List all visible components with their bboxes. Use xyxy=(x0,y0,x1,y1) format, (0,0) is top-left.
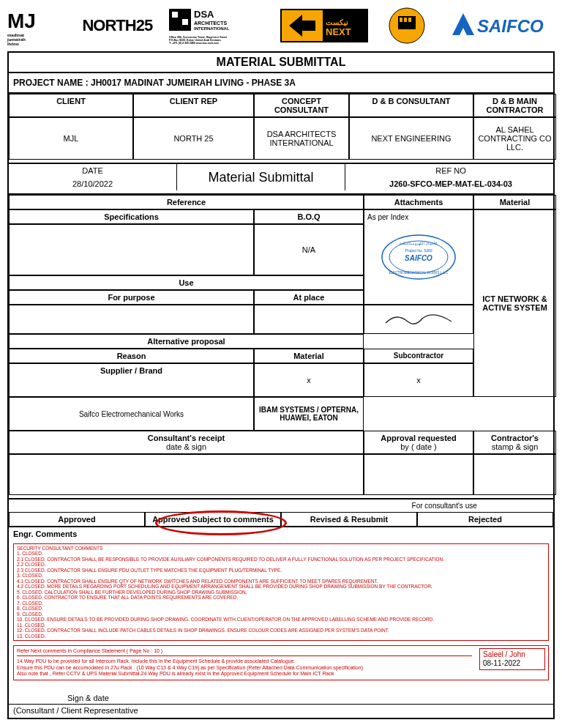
receipt-h: Consultant's receipt xyxy=(12,434,360,442)
approval-sub: by ( date ) xyxy=(367,442,470,451)
c-l2: 2.1 CLOSED. CONTRACTOR SHALL BE RESPONSI… xyxy=(17,557,545,562)
c-l4: 2.3 CLOSED. CONTRACTOR SHALL ENSURE PDU … xyxy=(17,568,545,573)
approval-box xyxy=(364,454,473,495)
c-l5: 3. CLOSED. xyxy=(17,573,545,578)
c-l16: 13. CLOSED. xyxy=(17,634,545,639)
hdr-reference: Reference xyxy=(9,195,364,209)
notes-box: Refer Next comments in Compliance Statem… xyxy=(13,645,549,680)
svg-text:SAIFCO: SAIFCO xyxy=(405,254,432,262)
svg-text:NEXT: NEXT xyxy=(326,26,351,37)
svg-text:INTERNATIONAL: INTERNATIONAL xyxy=(194,26,230,31)
svg-rect-20 xyxy=(400,18,402,22)
receipt-box xyxy=(9,454,364,495)
hdr-material: Material xyxy=(473,195,556,209)
hdr-reason: Reason xyxy=(9,349,254,363)
val-ref: J260-SFCO-MEP-MAT-EL-034-03 xyxy=(345,177,556,190)
material-value: ICT NETWORK & ACTIVE SYSTEM xyxy=(473,209,556,397)
hdr-use: Use xyxy=(9,275,364,290)
approval-h: Approval requested xyxy=(367,434,470,442)
svg-text:DSA: DSA xyxy=(194,9,214,20)
val-date: 28/10/2022 xyxy=(9,177,177,190)
hdr-supplier: Supplier / Brand xyxy=(9,363,254,397)
opt-approved: Approved xyxy=(9,512,145,527)
note-3: Also note that , Refer CCTV & UPS Materi… xyxy=(17,671,472,677)
approval-hdr: Approval requested by ( date ) xyxy=(364,431,473,454)
supplier-val: IBAM SYSTEMS / OPTERNA, HUAWEI, EATON xyxy=(254,397,364,431)
c-l11: 8. CLOSED. xyxy=(17,606,545,611)
contractor-h: Contractor's xyxy=(477,434,552,442)
rep-label: (Consultant / Client Representative xyxy=(9,704,553,718)
note-1: 14.Way PDU to be provided for all Interc… xyxy=(17,658,472,664)
contractor-sub: stamp & sign xyxy=(477,442,552,451)
mat-val: x xyxy=(364,363,473,397)
comments-header: Engr. Comments xyxy=(9,527,553,541)
svg-text:SAIFCO: SAIFCO xyxy=(477,16,544,36)
hdr-clientrep: CLIENT REP xyxy=(133,94,254,117)
c-l8: 5. CLOSED. CALCULATION SHALL BE FURTHER … xyxy=(17,590,545,595)
contractor-box xyxy=(473,454,556,495)
mid-title: Material Submittal xyxy=(177,164,345,190)
opt-revised: Revised & Resubmit xyxy=(281,512,417,527)
svg-text:living: living xyxy=(7,42,19,45)
val-clientrep: NORTH 25 xyxy=(133,117,254,160)
svg-text:ELECTROMECHANICAL WORKS L.L.C: ELECTROMECHANICAL WORKS L.L.C xyxy=(389,271,449,275)
hdr-db: D & B CONSULTANT xyxy=(349,94,473,117)
svg-text:نيكست: نيكست xyxy=(326,18,348,26)
spec-val xyxy=(9,224,254,275)
c-l0: SECURITY CONSULTANT COMMENTS xyxy=(17,546,545,551)
logo-mj: MJmadinatjumeirahliving xyxy=(7,6,66,45)
hdr-ref: REF NO xyxy=(345,164,556,177)
sub-val: Saifco Electromechanical Works xyxy=(9,397,254,431)
reason-val: x xyxy=(254,363,364,397)
svg-text:ARCHITECTS: ARCHITECTS xyxy=(194,21,227,26)
hdr-boq: B.O.Q xyxy=(254,209,364,224)
signer-name: Saleel / John xyxy=(483,650,542,659)
opt-approved-stc: Approved Subject to comments xyxy=(145,512,281,527)
val-concept: DSA ARCHITECTS INTERNATIONAL xyxy=(254,117,349,160)
logo-dsa: DSAARCHITECTSINTERNATIONALOffice 204, Co… xyxy=(169,6,264,45)
comments-box: SECURITY CONSULTANT COMMENTS 1. CLOSED. … xyxy=(13,543,549,641)
svg-rect-6 xyxy=(182,19,188,25)
signature-area xyxy=(364,305,473,334)
boq-val: N/A xyxy=(254,224,364,275)
svg-rect-21 xyxy=(404,18,407,22)
hdr-mat: Material xyxy=(254,349,364,363)
svg-text:MJ: MJ xyxy=(7,10,36,32)
svg-text:T: +971 (0) 4 329 2288     www: T: +971 (0) 4 329 2288 www.dsa-arch.com xyxy=(169,42,219,45)
note-2: Ensure this PDU can be accomodated in 27… xyxy=(17,665,472,671)
c-l6: 4.1 CLOSED. CONTRACTOR SHALL ENSURE QTY … xyxy=(17,579,545,584)
svg-rect-22 xyxy=(408,18,411,22)
doc-title: MATERIAL SUBMITTAL xyxy=(9,53,553,73)
hdr-forpurpose: For purpose xyxy=(9,290,254,305)
c-l1: 1. CLOSED. xyxy=(17,551,545,556)
hdr-alt: Alternative proposal xyxy=(9,334,364,349)
svg-text:للأعمال الكهروميكانيكية: للأعمال الكهروميكانيكية xyxy=(400,240,438,246)
sign-date-label: Sign & date xyxy=(9,692,553,704)
attachments-cell: As per Index للأعمال الكهروميكانيكية Pro… xyxy=(364,209,473,305)
hdr-sub: Subcontractor xyxy=(364,349,473,363)
for-consultant-use: For consultant's use xyxy=(335,499,553,512)
val-dbmain: AL SAHEL CONTRACTING CO LLC. xyxy=(473,117,556,160)
hdr-client: CLIENT xyxy=(9,94,133,117)
c-l12: 9. CLOSED. xyxy=(17,612,545,617)
c-l14: 11. CLOSED. xyxy=(17,623,545,628)
logo-next: نيكستNEXT xyxy=(280,6,368,45)
hdr-attachments: Attachments xyxy=(364,195,473,209)
c-l10: 7. CLOSED. xyxy=(17,601,545,606)
stamp-icon: للأعمال الكهروميكانيكية Project No. 5260… xyxy=(378,231,459,283)
val-client: MJL xyxy=(9,117,133,160)
receipt-hdr: Consultant's receipt date & sign xyxy=(9,431,364,454)
logo-bar: MJmadinatjumeirahliving NORTH25 DSAARCHI… xyxy=(7,0,555,51)
logo-seal xyxy=(385,6,429,45)
receipt-sub: date & sign xyxy=(12,442,360,451)
c-l7: 4.2 CLOSED. MORE DETAILS REGARDING PORT … xyxy=(17,584,545,589)
note-0: Refer Next comments in Compliance Statem… xyxy=(17,648,472,656)
c-l3: 2.2 CLOSED. xyxy=(17,562,545,567)
svg-text:Project No. 5260: Project No. 5260 xyxy=(405,248,432,253)
contractor-hdr: Contractor's stamp & sign xyxy=(473,431,556,454)
hdr-atplace: At place xyxy=(254,290,364,305)
logo-north25: NORTH25 xyxy=(82,16,152,35)
c-l15: 12. CLOSED. CONTRACTOR SHALL INCLUDE PAT… xyxy=(17,628,545,633)
svg-rect-5 xyxy=(172,12,178,18)
opt-rejected: Rejected xyxy=(417,512,553,527)
